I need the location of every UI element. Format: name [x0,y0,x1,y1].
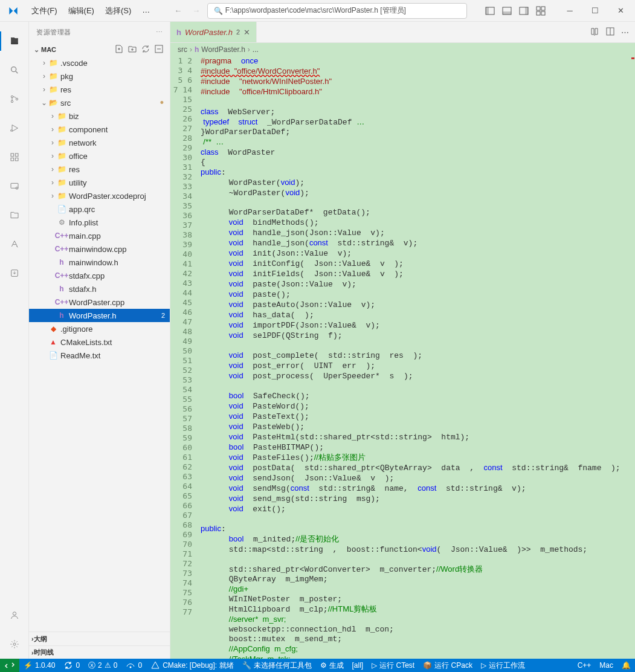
activity-download[interactable] [0,259,29,288]
status-remote[interactable] [0,659,19,672]
activity-settings[interactable] [0,630,29,659]
menu-file[interactable]: 文件(F) [27,3,62,19]
status-workflow[interactable]: ▷ 运行工作流 [477,659,529,672]
new-folder-icon[interactable] [127,44,137,55]
minimap[interactable] [630,56,635,659]
section-outline[interactable]: ›大纲 [29,632,170,645]
breadcrumb-file[interactable]: WordPaster.h [201,45,245,54]
layout-panel-icon[interactable] [500,4,514,18]
sidebar-more-icon[interactable]: ⋯ [156,28,163,36]
status-problems[interactable]: ⓧ 2 ⚠ 0 [84,659,121,672]
nav-back[interactable]: ← [171,4,185,18]
tree-item-component[interactable]: ›📁component [29,123,170,136]
status-ports[interactable]: 0 [121,659,146,672]
compare-icon[interactable] [590,27,599,38]
svg-point-24 [13,643,16,645]
tree-item--vscode[interactable]: ›📁.vscode [29,56,170,69]
h-file-icon: h [176,28,181,37]
code-content[interactable]: #pragma once #include "office/WordConver… [197,56,635,659]
status-all[interactable]: [all] [348,659,368,672]
tree-item-stdafx-cpp[interactable]: C++stdafx.cpp [29,269,170,282]
breadcrumb-src[interactable]: src [178,45,187,54]
chevron-down-icon: ⌄ [31,46,41,54]
status-bar: ⚡1.0.40 0 ⓧ 2 ⚠ 0 0 CMake: [Debug]: 就绪 🔧… [0,659,635,672]
layout-primary-icon[interactable] [483,4,497,18]
svg-point-14 [16,98,18,100]
section-timeline[interactable]: ›时间线 [29,645,170,659]
collapse-icon[interactable] [154,44,164,55]
editor-more-icon[interactable]: ⋯ [621,28,629,37]
activity-search[interactable] [0,56,29,85]
svg-rect-3 [503,11,511,15]
tree-item-network[interactable]: ›📁network [29,136,170,149]
menu-bar: 文件(F) 编辑(E) 选择(S) … [27,3,155,19]
tree-item-mainwindow-h[interactable]: hmainwindow.h [29,256,170,269]
refresh-icon[interactable] [141,44,150,55]
status-cpack[interactable]: 📦 运行 CPack [419,659,477,672]
activity-remote[interactable] [0,172,29,201]
tree-item-res[interactable]: ›📁res [29,163,170,176]
tree-item-info-plist[interactable]: ⚙Info.plist [29,216,170,229]
svg-point-10 [11,67,16,72]
minimize-button[interactable]: ─ [558,2,582,20]
close-button[interactable]: ✕ [608,2,633,20]
breadcrumb[interactable]: src › h WordPaster.h › ... [170,43,635,56]
tab-badge: 2 [236,28,240,36]
tree-item-biz[interactable]: ›📁biz [29,109,170,123]
activity-account[interactable] [0,601,29,630]
tree-item--gitignore[interactable]: ◆.gitignore [29,322,170,335]
sidebar-title: 资源管理器 [36,28,71,37]
tree-item-mainwindow-cpp[interactable]: C++mainwindow.cpp [29,242,170,256]
layout-customize-icon[interactable] [533,4,548,18]
activity-debug[interactable] [0,114,29,143]
breadcrumb-more[interactable]: ... [253,45,259,54]
status-kit[interactable]: 🔧未选择任何工具包 [238,659,316,672]
layout-secondary-icon[interactable] [517,4,531,18]
tree-item-office[interactable]: ›📁office [29,149,170,163]
tree-item-wordpaster-cpp[interactable]: C++WordPaster.cpp [29,296,170,309]
tree-item-stdafx-h[interactable]: hstdafx.h [29,282,170,296]
section-mac[interactable]: ⌄ MAC [29,43,170,56]
titlebar: 文件(F) 编辑(E) 选择(S) … ← → 🔍 F:\apps\wordpa… [0,0,635,22]
split-icon[interactable] [605,27,615,38]
tree-item-src[interactable]: ⌄📂src• [29,96,170,109]
svg-point-13 [11,100,13,102]
tree-item-wordpaster-h[interactable]: hWordPaster.h2 [29,309,170,322]
code-area[interactable]: 1 2 3 4 5 6 7 14 15 25 26 27 28 29 30 31… [170,56,635,659]
tree-item-pkg[interactable]: ›📁pkg [29,69,170,83]
sidebar: 资源管理器 ⋯ ⌄ MAC ›📁.vscode›📁pkg›📁res⌄📂src•›… [29,22,170,659]
activity-explorer[interactable] [0,27,29,56]
search-icon: 🔍 [214,7,223,15]
command-center[interactable]: 🔍 F:\apps\wordpaster\code\mac\src\WordPa… [207,3,467,19]
svg-rect-17 [11,158,14,161]
tree-item-readme-txt[interactable]: 📄ReadMe.txt [29,349,170,362]
status-target[interactable]: Mac [595,659,617,672]
activity-scm[interactable] [0,85,29,114]
tab-close-icon[interactable]: ✕ [243,28,250,37]
tree-item-app-qrc[interactable]: 📄app.qrc [29,202,170,216]
tree-item-res[interactable]: ›📁res [29,83,170,96]
menu-edit[interactable]: 编辑(E) [63,3,99,19]
activity-folder[interactable] [0,201,29,230]
tree-item-cmakelists-txt[interactable]: ▲CMakeLists.txt [29,335,170,349]
tab-wordpaster[interactable]: h WordPaster.h 2 ✕ [170,22,257,42]
tree-item-main-cpp[interactable]: C++main.cpp [29,229,170,242]
svg-rect-7 [541,7,545,10]
svg-point-23 [13,612,16,615]
tree-item-utility[interactable]: ›📁utility [29,176,170,189]
status-lang[interactable]: C++ [573,659,596,672]
status-ctest[interactable]: ▷ 运行 CTest [367,659,419,672]
status-cmake[interactable]: CMake: [Debug]: 就绪 [146,659,237,672]
new-file-icon[interactable] [114,44,124,55]
activity-a[interactable] [0,230,29,259]
status-bell-icon[interactable]: 🔔 [617,659,635,672]
status-build[interactable]: ⚙ 生成 [316,659,348,672]
menu-select[interactable]: 选择(S) [100,3,136,19]
tree-item-wordpaster-xcodeproj[interactable]: ›📁WordPaster.xcodeproj [29,189,170,202]
nav-forward[interactable]: → [189,4,204,18]
status-version[interactable]: ⚡1.0.40 [19,659,59,672]
maximize-button[interactable]: ☐ [583,2,607,20]
status-sync[interactable]: 0 [59,659,84,672]
activity-extensions[interactable] [0,143,29,172]
menu-more[interactable]: … [137,3,155,19]
